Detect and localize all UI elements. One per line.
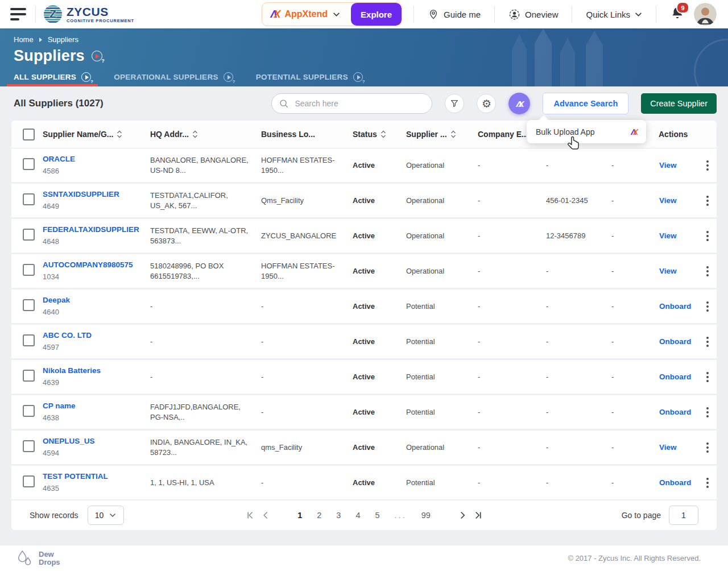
next-page-button[interactable] [454,507,470,523]
table-row: Nikola Batteries 4639 - - Active Potenti… [11,360,717,394]
tab-all-suppliers[interactable]: ALL SUPPLIERS [7,68,98,86]
page-number-2[interactable]: 2 [317,511,321,520]
guide-me-button[interactable]: Guide me [422,9,486,20]
hq-address-cell: - [150,301,261,312]
supplier-name-link[interactable]: Deepak [43,295,142,305]
hamburger-menu-icon[interactable] [10,8,27,20]
tab-potential-suppliers[interactable]: POTENTIAL SUPPLIERS [249,68,370,86]
row-checkbox[interactable] [11,370,43,384]
row-action-link[interactable]: Onboard [659,337,691,347]
company-e-cell: - [478,478,546,488]
row-checkbox[interactable] [11,158,43,173]
status-cell: Active [353,266,406,276]
supplier-name-link[interactable]: Nikola Batteries [43,366,142,376]
row-action-link[interactable]: View [659,196,677,206]
page-size-select[interactable]: 10 [88,506,124,525]
appxtend-logo-icon: ΛX [270,9,279,20]
supplier-name-link[interactable]: ORACLE [43,154,142,164]
tax-id-cell: - [546,301,611,312]
col-header-supplier-name[interactable]: Supplier Name/G... [43,130,150,139]
table-row: SSNTAXIDSUPPLIER 4649 TESTDATA1,CALIFOR,… [11,184,717,217]
breadcrumb-home[interactable]: Home [14,35,34,44]
row-action-link[interactable]: Onboard [659,407,691,417]
search-input[interactable] [293,98,425,109]
bulk-upload-app-menu-item[interactable]: Bulk Upload App ΛX [527,120,646,143]
supplier-name-link[interactable]: ABC CO. LTD [43,330,142,341]
page-tour-play-icon[interactable] [92,51,102,61]
col-header-supplier-type[interactable]: Supplier ... [406,130,478,139]
create-supplier-button[interactable]: Create Supplier [641,93,717,114]
appxtend-menu[interactable]: ΛX AppXtend Explore [262,2,402,26]
appxtend-apps-button[interactable]: ΛX [508,93,530,114]
row-checkbox[interactable] [11,193,43,208]
row-action-link[interactable]: View [659,231,677,241]
row-menu-kebab-icon[interactable] [703,334,712,349]
row-action-link[interactable]: Onboard [659,372,691,382]
quick-links-menu[interactable]: Quick Links [580,10,648,19]
notifications-button[interactable]: 9 [670,6,685,23]
col-header-hq-address[interactable]: HQ Addr... [150,130,261,139]
row-menu-kebab-icon[interactable] [703,193,712,208]
goto-page-input[interactable] [669,506,698,525]
page-number-3[interactable]: 3 [336,511,341,520]
row-checkbox[interactable] [11,334,43,349]
footer: Dew Drops © 2017 - Zycus Inc. All Rights… [0,545,728,571]
row-menu-kebab-icon[interactable] [703,405,712,420]
tab-operational-suppliers[interactable]: OPERATIONAL SUPPLIERS [107,68,240,86]
row-checkbox[interactable] [11,475,43,490]
extra-cell: - [611,160,648,171]
page-number-4[interactable]: 4 [355,511,360,520]
user-avatar[interactable] [694,3,717,26]
page-number-1[interactable]: 1 [297,511,302,520]
select-all-checkbox[interactable] [11,129,43,140]
row-action-link[interactable]: Onboard [659,478,691,488]
row-checkbox[interactable] [11,440,43,455]
supplier-id: 4638 [43,413,142,423]
row-checkbox[interactable] [11,264,43,279]
row-checkbox[interactable] [11,405,43,420]
tab-tour-play-icon [224,72,233,82]
supplier-name-link[interactable]: SSNTAXIDSUPPLIER [43,189,142,200]
row-menu-kebab-icon[interactable] [703,370,712,384]
supplier-name-link[interactable]: ONEPLUS_US [43,436,142,446]
last-page-button[interactable] [470,507,486,523]
tax-id-cell: 12-3456789 [546,231,611,241]
row-action-link[interactable]: Onboard [659,301,691,312]
col-header-status[interactable]: Status [353,130,406,139]
filter-button[interactable] [445,94,464,113]
row-menu-kebab-icon[interactable] [703,229,712,243]
business-location-cell: ZYCUS_BANGALORE [261,231,353,241]
pagination-bar: Show records 10 12345...99 Go to page [11,500,717,530]
row-menu-kebab-icon[interactable] [703,264,712,279]
row-action-link[interactable]: View [659,266,677,276]
prev-page-button[interactable] [258,507,274,523]
supplier-name-link[interactable]: CP name [43,401,142,411]
breadcrumb-suppliers[interactable]: Suppliers [48,35,78,44]
row-menu-kebab-icon[interactable] [703,440,712,455]
copyright-text: © 2017 - Zycus Inc. All Rights Reserved. [568,554,712,562]
row-menu-kebab-icon[interactable] [703,158,712,173]
row-checkbox[interactable] [11,299,43,314]
first-page-button[interactable] [242,507,258,523]
page-number-99[interactable]: 99 [421,511,431,520]
supplier-name-link[interactable]: AUTOCOMPANY8980575 [43,260,142,270]
page-number-5[interactable]: 5 [375,511,380,520]
settings-button[interactable]: ⚙ [477,94,496,113]
advance-search-button[interactable]: Advance Search [543,93,628,114]
explore-button[interactable]: Explore [351,3,402,26]
pager: 12345...99 [242,507,486,523]
row-menu-kebab-icon[interactable] [703,475,712,490]
zycus-logo[interactable]: ZYCUS COGNITIVE PROCUREMENT [44,5,134,23]
row-action-link[interactable]: View [659,160,677,171]
row-menu-kebab-icon[interactable] [703,299,712,314]
row-checkbox[interactable] [11,229,43,243]
tax-id-cell: - [546,337,611,347]
supplier-name-link[interactable]: FEDERALTAXIDSUPPLIER [43,225,142,235]
supplier-id: 4594 [43,448,142,458]
row-action-link[interactable]: View [659,442,677,453]
company-e-cell: - [478,337,546,347]
oneview-button[interactable]: Oneview [503,9,564,20]
extra-cell: - [611,231,648,241]
search-box [271,93,432,114]
supplier-name-link[interactable]: TEST POTENTIAL [43,471,142,482]
